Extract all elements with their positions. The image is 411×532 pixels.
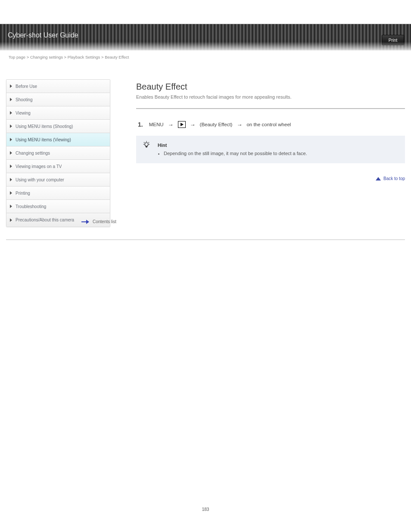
chevron-right-icon	[10, 151, 12, 155]
chevron-right-icon	[10, 218, 12, 222]
arrow-right-icon	[81, 220, 89, 224]
chevron-right-icon	[10, 205, 12, 208]
chevron-up-icon	[376, 177, 381, 180]
chevron-right-icon	[10, 178, 12, 181]
back-to-top-label: Back to top	[383, 176, 405, 181]
main-content: Beauty Effect Enables Beauty Effect to r…	[136, 79, 405, 181]
chevron-right-icon	[10, 111, 12, 115]
sidebar-item-label: Printing	[16, 191, 30, 196]
divider	[136, 108, 405, 109]
svg-line-4	[149, 142, 149, 143]
arrow-right-icon: →	[190, 121, 196, 128]
playback-icon	[178, 121, 186, 128]
sidebar-item-printing[interactable]: Printing	[6, 187, 110, 200]
chevron-right-icon	[10, 124, 12, 128]
page-number: 183	[0, 507, 411, 512]
step-prefix: MENU	[149, 122, 164, 127]
chevron-right-icon	[10, 84, 12, 88]
chevron-right-icon	[10, 98, 12, 101]
step-row: 1. MENU → → (Beauty Effect) → on the con…	[136, 121, 405, 128]
page-subtitle: Enables Beauty Effect to retouch facial …	[136, 94, 405, 100]
back-to-top-link[interactable]: Back to top	[136, 176, 405, 181]
hint-bulb-icon	[143, 141, 150, 152]
hint-title: Hint	[158, 142, 397, 149]
sidebar-item-label: Troubleshooting	[16, 204, 46, 209]
arrow-right-icon: →	[237, 121, 242, 128]
sidebar-item-viewing[interactable]: Viewing	[6, 106, 110, 120]
sidebar-item-troubleshooting[interactable]: Troubleshooting	[6, 200, 110, 213]
sidebar-item-computer[interactable]: Using with your computer	[6, 173, 110, 187]
header-banner: Cyber-shot User Guide Print	[0, 24, 411, 50]
step-tail: on the control wheel	[246, 122, 291, 127]
chevron-right-icon	[10, 165, 12, 168]
arrow-right-icon: →	[168, 121, 174, 128]
sidebar-item-label: Viewing images on a TV	[16, 164, 62, 169]
sidebar-item-menu-shooting[interactable]: Using MENU items (Shooting)	[6, 120, 110, 133]
breadcrumb: Top page > Changing settings > Playback …	[0, 50, 411, 59]
contents-list-label: Contents list	[93, 219, 116, 224]
hint-bullet: Depending on the still image, it may not…	[164, 150, 397, 157]
sidebar-item-label: Using MENU items (Viewing)	[16, 137, 71, 142]
divider	[6, 240, 405, 240]
sidebar-item-label: Using MENU items (Shooting)	[16, 124, 73, 129]
sidebar-item-label: Precautions/About this camera	[16, 218, 74, 222]
sidebar-item-label: Before Use	[16, 84, 37, 89]
sidebar-item-tv[interactable]: Viewing images on a TV	[6, 160, 110, 173]
step-number: 1.	[138, 121, 143, 128]
page-title: Beauty Effect	[136, 82, 405, 92]
svg-line-3	[144, 142, 144, 143]
sidebar-item-label: Shooting	[16, 97, 32, 102]
sidebar-item-label: Changing settings	[16, 151, 50, 156]
sidebar-item-changing-settings[interactable]: Changing settings	[6, 146, 110, 160]
header-title: Cyber-shot User Guide	[8, 31, 78, 39]
sidebar-item-menu-viewing[interactable]: Using MENU items (Viewing)	[6, 133, 110, 146]
sidebar-item-label: Using with your computer	[16, 177, 64, 182]
sidebar-nav: Before Use Shooting Viewing Using MENU i…	[6, 79, 110, 227]
sidebar-item-shooting[interactable]: Shooting	[6, 93, 110, 106]
sidebar-item-label: Viewing	[16, 111, 31, 115]
chevron-right-icon	[10, 138, 12, 141]
step-mid: (Beauty Effect)	[200, 122, 233, 127]
hint-box: Hint Depending on the still image, it ma…	[136, 136, 405, 163]
chevron-right-icon	[10, 191, 12, 195]
sidebar-item-before-use[interactable]: Before Use	[6, 80, 110, 93]
